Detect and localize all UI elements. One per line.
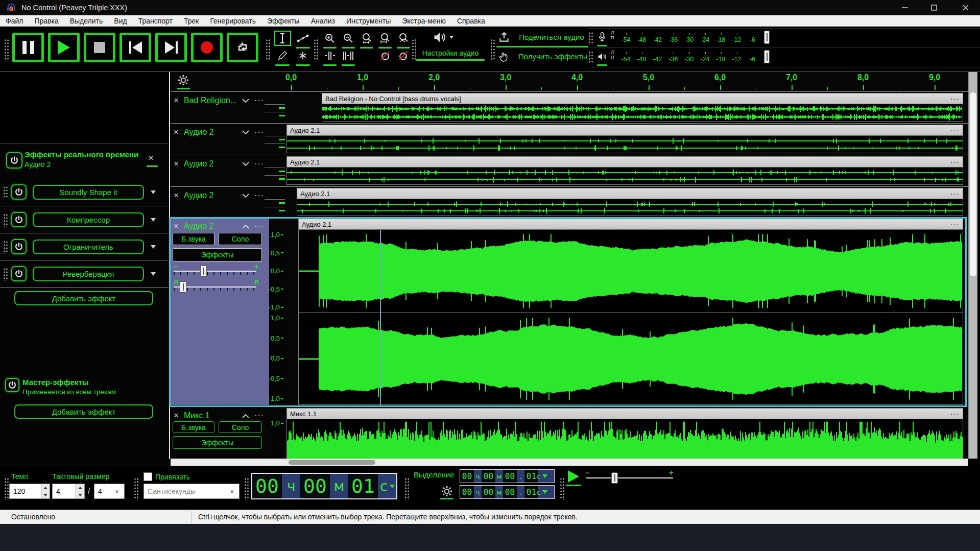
- menu-analyze[interactable]: Анализ: [305, 17, 341, 25]
- trim-audio-button[interactable]: [322, 48, 338, 63]
- selection-start-field[interactable]: 00ч00м00.01с: [460, 469, 555, 483]
- tempo-value[interactable]: 120: [10, 484, 41, 498]
- menu-file[interactable]: Файл: [0, 17, 29, 25]
- track-name[interactable]: Аудио 2: [184, 222, 213, 231]
- stop-button[interactable]: [84, 33, 115, 62]
- track-effects-button[interactable]: Эффекты: [173, 248, 262, 261]
- timeline-options-gear-icon[interactable]: [178, 75, 189, 88]
- track-menu-icon[interactable]: ···: [254, 161, 264, 166]
- track-menu-icon[interactable]: ···: [254, 130, 264, 135]
- horizontal-scrollbar-thumb[interactable]: [289, 460, 375, 465]
- track-header[interactable]: × Аудио 2 ···: [171, 124, 269, 155]
- selection-tool-button[interactable]: [274, 31, 291, 46]
- effect-dropdown-icon[interactable]: [151, 272, 156, 276]
- track-close-icon[interactable]: ×: [174, 191, 179, 200]
- draw-tool-button[interactable]: [274, 48, 291, 63]
- zoom-out-button[interactable]: [340, 31, 356, 46]
- vertical-scrollbar-thumb[interactable]: [970, 92, 976, 276]
- effect-button[interactable]: Компрессор: [33, 212, 144, 227]
- track-effects-button[interactable]: Эффекты: [173, 436, 262, 449]
- menu-generate[interactable]: Генерировать: [204, 17, 261, 25]
- solo-button[interactable]: Соло: [219, 421, 262, 433]
- snap-checkbox[interactable]: [144, 472, 152, 481]
- menu-extra[interactable]: Экстра-меню: [396, 17, 451, 25]
- audio-clip[interactable]: Микс 1.1···: [286, 408, 963, 459]
- spin-down-icon[interactable]: [76, 491, 84, 498]
- waveform-channel-2[interactable]: [299, 314, 963, 404]
- effect-drag-handle[interactable]: [3, 241, 8, 254]
- record-button[interactable]: [191, 33, 223, 62]
- effect-dropdown-icon[interactable]: [151, 218, 156, 222]
- track-menu-icon[interactable]: ···: [254, 193, 264, 198]
- track-header[interactable]: × Аудио 2 ···: [171, 187, 269, 217]
- spin-up-icon[interactable]: [76, 484, 84, 491]
- edit-toolbar-grip[interactable]: [314, 39, 319, 61]
- clip-menu-icon[interactable]: ···: [950, 220, 960, 228]
- effect-button[interactable]: Ограничитель: [33, 239, 144, 254]
- effect-drag-handle[interactable]: [3, 213, 8, 227]
- silence-audio-button[interactable]: [340, 48, 356, 63]
- time-digits[interactable]: 00: [460, 486, 474, 498]
- track-name[interactable]: Микс 1: [184, 411, 210, 420]
- master-power-button[interactable]: [5, 378, 19, 392]
- menu-edit[interactable]: Правка: [29, 17, 64, 25]
- add-effect-button[interactable]: Добавить эффект: [14, 291, 153, 305]
- speed-slider[interactable]: [586, 477, 673, 478]
- audio-clip-selected[interactable]: Аудио 2.1···: [298, 219, 963, 405]
- clip-title-bar[interactable]: Bad Religion - No Control [bass drums vo…: [322, 93, 963, 104]
- time-digits[interactable]: 01: [348, 474, 378, 498]
- track-close-icon[interactable]: ×: [174, 128, 179, 136]
- track-header[interactable]: × Микс 1 ··· Б.звука Соло Эффекты: [171, 407, 269, 459]
- effect-button[interactable]: Soundly Shape it: [33, 185, 144, 200]
- clip-title-bar[interactable]: Аудио 2.1···: [287, 157, 963, 167]
- multi-tool-button[interactable]: [294, 48, 312, 63]
- pause-button[interactable]: [12, 33, 44, 62]
- effect-button[interactable]: Реверберация: [33, 267, 144, 281]
- effect-power-button[interactable]: [11, 239, 27, 254]
- time-signature-denominator[interactable]: 4∨: [94, 484, 125, 499]
- time-display-grip[interactable]: [244, 477, 249, 500]
- zoom-in-button[interactable]: [322, 31, 338, 46]
- waveform[interactable]: [287, 168, 963, 184]
- effect-drag-handle[interactable]: [3, 186, 8, 199]
- recording-meter-button[interactable]: [595, 31, 609, 44]
- playback-meter-grip[interactable]: [588, 51, 593, 64]
- gain-slider[interactable]: [174, 271, 256, 272]
- vertical-scrollbar[interactable]: [968, 72, 977, 459]
- playback-meter-button[interactable]: [595, 50, 609, 63]
- track-close-icon[interactable]: ×: [174, 411, 179, 420]
- waveform[interactable]: [287, 420, 963, 459]
- time-format-caret-icon[interactable]: [542, 490, 547, 494]
- audio-setup-label[interactable]: Настройки аудио: [415, 49, 486, 57]
- clip-title-bar[interactable]: Микс 1.1···: [287, 409, 963, 419]
- effect-power-button[interactable]: [11, 266, 27, 281]
- get-effects-label[interactable]: Получить эффекты: [516, 52, 590, 61]
- track-header[interactable]: × Аудио 2 ···: [171, 155, 269, 186]
- panel-close-icon[interactable]: ×: [148, 152, 154, 163]
- spin-down-icon[interactable]: [41, 491, 50, 498]
- time-signature-numerator[interactable]: 4: [52, 484, 85, 499]
- tempo-spinbox[interactable]: 120: [9, 484, 50, 499]
- chevron-down-icon[interactable]: [242, 194, 249, 198]
- effect-dropdown-icon[interactable]: [151, 245, 156, 249]
- clip-menu-icon[interactable]: ···: [950, 126, 960, 134]
- timeline-ruler[interactable]: 0,01,02,03,04,05,06,07,08,09,0: [171, 72, 968, 91]
- selection-options-gear-icon[interactable]: [441, 486, 452, 499]
- audio-setup-button[interactable]: [432, 30, 454, 45]
- snap-label[interactable]: Привязать: [155, 473, 190, 481]
- effect-drag-handle[interactable]: [3, 268, 8, 281]
- spin-up-icon[interactable]: [41, 484, 50, 491]
- menu-transport[interactable]: Транспорт: [133, 17, 178, 25]
- mute-button[interactable]: Б.звука: [173, 233, 214, 245]
- effect-dropdown-icon[interactable]: [151, 190, 156, 194]
- time-digits[interactable]: 00: [503, 470, 517, 483]
- close-button[interactable]: [954, 0, 977, 15]
- solo-button[interactable]: Соло: [219, 233, 262, 245]
- clip-menu-icon[interactable]: ···: [950, 409, 960, 418]
- effect-power-button[interactable]: [11, 212, 27, 227]
- gain-slider-handle[interactable]: [200, 266, 207, 277]
- minimize-button[interactable]: [893, 0, 917, 15]
- punch-off-button[interactable]: [395, 48, 412, 63]
- skip-to-start-button[interactable]: [119, 33, 151, 62]
- play-at-speed-grip[interactable]: [560, 477, 565, 500]
